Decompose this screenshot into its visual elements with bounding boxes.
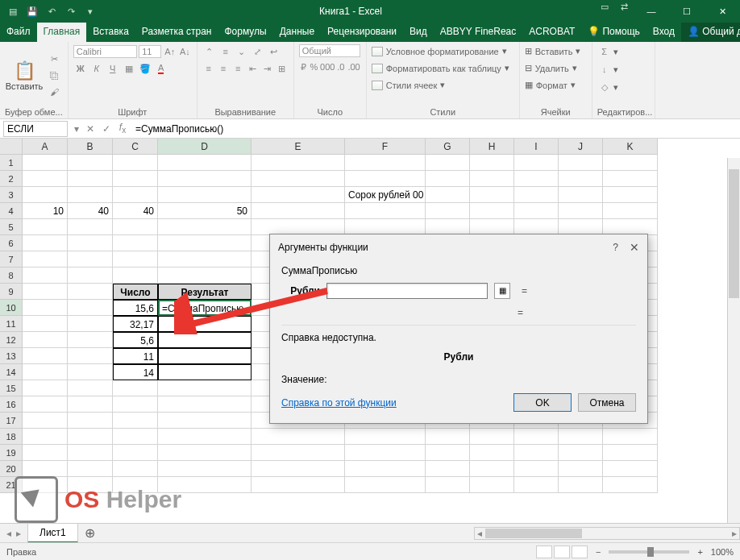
cell-C17[interactable] (113, 413, 158, 429)
cell-H20[interactable] (470, 461, 514, 477)
cell-C6[interactable] (113, 235, 158, 251)
col-header-J[interactable]: J (559, 139, 603, 155)
percent-icon[interactable]: % (309, 60, 318, 74)
undo-icon[interactable]: ↶ (45, 5, 58, 18)
col-header-C[interactable]: C (113, 139, 158, 155)
cell-B13[interactable] (68, 348, 113, 364)
cell-B2[interactable] (68, 171, 113, 187)
cell-A8[interactable] (23, 268, 68, 284)
hscroll-right-icon[interactable]: ▸ (730, 528, 739, 539)
cell-B14[interactable] (68, 364, 113, 380)
row-header-14[interactable]: 14 (0, 364, 23, 380)
close-button[interactable]: ✕ (708, 0, 737, 23)
cell-D6[interactable] (158, 235, 252, 251)
cell-J5[interactable] (559, 219, 603, 235)
vertical-scrollbar[interactable] (727, 158, 740, 523)
shrink-font-icon[interactable]: A↓ (178, 44, 192, 59)
cell-G5[interactable] (426, 219, 470, 235)
cell-B17[interactable] (68, 413, 113, 429)
align-mid-icon[interactable]: ≡ (218, 44, 233, 59)
cell-I4[interactable] (514, 203, 559, 219)
cell-G4[interactable] (426, 203, 470, 219)
cell-F21[interactable] (345, 477, 426, 493)
copy-icon[interactable]: ⿻ (47, 68, 61, 83)
qat-dropdown-icon[interactable]: ▾ (84, 5, 97, 18)
underline-button[interactable]: Ч (106, 61, 120, 76)
cell-B7[interactable] (68, 251, 113, 268)
cell-H18[interactable] (470, 429, 514, 445)
row-header-2[interactable]: 2 (0, 171, 23, 187)
cell-C18[interactable] (113, 429, 158, 445)
cell-E2[interactable] (252, 171, 345, 187)
autosum-icon[interactable]: Σ (597, 44, 612, 59)
currency-icon[interactable]: ₽ (299, 60, 308, 74)
col-header-D[interactable]: D (158, 139, 252, 155)
cell-D19[interactable] (158, 445, 252, 461)
tab-view[interactable]: Вид (403, 23, 434, 42)
cut-icon[interactable]: ✂ (47, 52, 61, 67)
cell-A11[interactable] (23, 316, 68, 332)
cell-B8[interactable] (68, 268, 113, 284)
insert-cells-button[interactable]: ⊞Вставить▾ (525, 44, 587, 58)
cell-A4[interactable]: 10 (23, 203, 68, 219)
cell-D3[interactable] (158, 187, 252, 203)
cell-B5[interactable] (68, 219, 113, 235)
row-header-16[interactable]: 16 (0, 396, 23, 413)
italic-button[interactable]: К (89, 61, 104, 76)
tab-insert[interactable]: Вставка (86, 23, 135, 42)
cell-C19[interactable] (113, 445, 158, 461)
cell-D10[interactable]: =СуммаПрописью (158, 300, 252, 316)
cell-E21[interactable] (252, 477, 345, 493)
hscroll-thumb[interactable] (485, 529, 582, 538)
cell-I1[interactable] (514, 155, 559, 171)
align-top-icon[interactable]: ⌃ (202, 44, 217, 59)
cell-D16[interactable] (158, 396, 252, 413)
zoom-in-icon[interactable]: + (697, 547, 702, 557)
cell-E1[interactable] (252, 155, 345, 171)
cell-I18[interactable] (514, 429, 559, 445)
row-header-7[interactable]: 7 (0, 251, 23, 268)
cell-C13[interactable]: 11 (113, 348, 158, 364)
cell-G18[interactable] (426, 429, 470, 445)
cell-B10[interactable] (68, 300, 113, 316)
view-layout-icon[interactable] (554, 545, 570, 558)
cell-J3[interactable] (559, 187, 603, 203)
view-break-icon[interactable] (572, 545, 588, 558)
cell-D1[interactable] (158, 155, 252, 171)
cell-C16[interactable] (113, 396, 158, 413)
tab-data[interactable]: Данные (273, 23, 321, 42)
cell-F18[interactable] (345, 429, 426, 445)
cell-J2[interactable] (559, 171, 603, 187)
cell-D7[interactable] (158, 251, 252, 268)
cell-C14[interactable]: 14 (113, 364, 158, 380)
cell-A18[interactable] (23, 429, 68, 445)
format-cells-button[interactable]: ▦Формат▾ (525, 78, 587, 92)
row-header-8[interactable]: 8 (0, 268, 23, 284)
cell-D14[interactable] (158, 364, 252, 380)
dialog-close-icon[interactable]: ✕ (630, 241, 639, 254)
cell-C9[interactable]: Число (113, 284, 158, 300)
cell-E4[interactable] (252, 203, 345, 219)
cell-A3[interactable] (23, 187, 68, 203)
cell-B15[interactable] (68, 380, 113, 396)
cell-A10[interactable] (23, 300, 68, 316)
cell-I5[interactable] (514, 219, 559, 235)
zoom-slider[interactable] (609, 550, 689, 554)
cell-B20[interactable] (68, 461, 113, 477)
row-header-20[interactable]: 20 (0, 461, 23, 477)
cell-A16[interactable] (23, 396, 68, 413)
cell-D15[interactable] (158, 380, 252, 396)
fill-color-icon[interactable]: 🪣 (138, 61, 152, 76)
cell-B12[interactable] (68, 332, 113, 348)
format-painter-icon[interactable]: 🖌 (47, 85, 61, 99)
cell-C15[interactable] (113, 380, 158, 396)
align-left-icon[interactable]: ≡ (202, 61, 215, 76)
merge-icon[interactable]: ⊞ (276, 61, 289, 76)
cell-A17[interactable] (23, 413, 68, 429)
bold-button[interactable]: Ж (73, 61, 88, 76)
cell-D18[interactable] (158, 429, 252, 445)
dec-dec-icon[interactable]: .00 (347, 60, 360, 74)
cell-D8[interactable] (158, 268, 252, 284)
align-bot-icon[interactable]: ⌄ (235, 44, 249, 59)
cell-B16[interactable] (68, 396, 113, 413)
